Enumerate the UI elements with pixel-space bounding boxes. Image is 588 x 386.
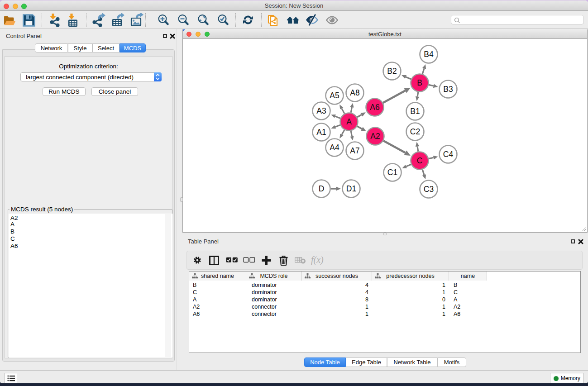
svg-text:A7: A7	[350, 146, 359, 155]
svg-text:C3: C3	[424, 185, 434, 194]
svg-text:A8: A8	[350, 88, 359, 97]
svg-text:B3: B3	[443, 85, 453, 94]
svg-text:A6: A6	[370, 103, 379, 112]
svg-text:B4: B4	[424, 50, 434, 59]
svg-text:A3: A3	[316, 106, 326, 115]
svg-text:B2: B2	[387, 67, 397, 76]
svg-text:B: B	[417, 78, 422, 87]
svg-text:A5: A5	[330, 91, 339, 100]
svg-text:D: D	[319, 184, 325, 193]
svg-text:C2: C2	[410, 127, 420, 136]
svg-text:C: C	[417, 156, 423, 165]
svg-text:A2: A2	[370, 132, 380, 141]
svg-text:A: A	[346, 117, 352, 126]
svg-text:A1: A1	[316, 128, 326, 137]
svg-text:A4: A4	[330, 143, 339, 152]
svg-text:B1: B1	[410, 107, 420, 116]
svg-text:C1: C1	[387, 168, 397, 177]
svg-text:D1: D1	[346, 184, 356, 193]
svg-text:C4: C4	[443, 150, 454, 159]
